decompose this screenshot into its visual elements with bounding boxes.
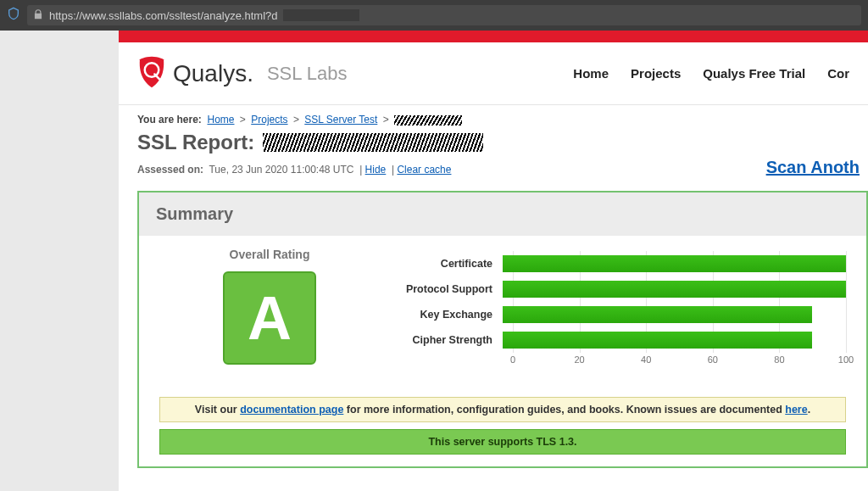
shield-icon [7,7,20,24]
page-title: SSL Report: [137,131,254,154]
url-input[interactable]: https://www.ssllabs.com/ssltest/analyze.… [27,5,861,25]
axis-tick: 60 [708,354,718,365]
doc-strip: Visit our documentation page for more in… [159,397,846,422]
top-nav: Home Projects Qualys Free Trial Cor [573,66,849,81]
chart-category-label: Key Exchange [405,309,503,321]
summary-heading: Summary [156,204,849,224]
axis-tick: 40 [641,354,651,365]
axis-tick: 20 [574,354,584,365]
hide-link[interactable]: Hide [365,164,387,176]
chart-category-label: Certificate [405,258,503,270]
scan-another-link[interactable]: Scan Anoth [766,158,860,177]
rating-label: Overall Rating [159,248,380,261]
nav-free-trial[interactable]: Qualys Free Trial [703,66,805,81]
browser-address-bar: https://www.ssllabs.com/ssltest/analyze.… [0,0,868,31]
chart-row: Key Exchange [405,302,846,327]
chart-row: Protocol Support [405,276,846,302]
crumb-ssltest[interactable]: SSL Server Test [304,114,377,126]
crumb-hostname-redacted [394,115,462,126]
meta-row: Assessed on: Tue, 23 Jun 2020 11:00:48 U… [119,158,868,186]
brand-band [119,31,868,42]
title-hostname-redacted [263,133,483,152]
chart-row: Cipher Strength [405,327,846,353]
clear-cache-link[interactable]: Clear cache [397,164,451,176]
page-title-row: SSL Report: [119,131,868,158]
chart-category-label: Cipher Strength [405,334,503,346]
url-text: https://www.ssllabs.com/ssltest/analyze.… [49,9,278,22]
brand-name: Qualys. [173,60,253,87]
breadcrumb: You are here: Home > Projects > SSL Serv… [119,105,868,131]
chart-bar [503,255,846,272]
rating-grade: A [248,287,292,349]
nav-projects[interactable]: Projects [631,66,681,81]
chart-bar [503,281,846,298]
tls-support-text: This server supports TLS 1.3. [428,436,576,448]
chart-axis: 020406080100 [503,353,846,370]
score-chart: CertificateProtocol SupportKey ExchangeC… [405,248,846,370]
overall-rating: Overall Rating A [159,248,380,365]
redacted-url-part [283,9,359,21]
rating-tile: A [223,271,316,365]
chart-row: Certificate [405,251,846,276]
brand-subtitle: SSL Labs [267,63,348,85]
summary-panel: Summary Overall Rating A CertificateProt… [137,191,868,468]
page-content: Qualys. SSL Labs Home Projects Qualys Fr… [119,31,868,491]
site-header: Qualys. SSL Labs Home Projects Qualys Fr… [119,42,868,105]
crumb-home[interactable]: Home [207,114,234,126]
chart-bar [503,332,812,349]
chart-category-label: Protocol Support [405,283,503,295]
brand: Qualys. SSL Labs [137,56,348,92]
summary-header: Summary [139,192,866,236]
documentation-link[interactable]: documentation page [240,404,343,416]
lock-icon [32,8,44,23]
axis-tick: 80 [774,354,784,365]
breadcrumb-label: You are here: [137,114,202,126]
crumb-projects[interactable]: Projects [251,114,287,126]
tls-strip: This server supports TLS 1.3. [159,429,846,455]
nav-contact[interactable]: Cor [827,66,849,81]
qualys-shield-icon [137,56,166,92]
chart-bar [503,306,812,323]
nav-home[interactable]: Home [573,66,609,81]
axis-tick: 100 [838,354,854,365]
axis-tick: 0 [510,354,515,365]
assessed-date: Tue, 23 Jun 2020 11:00:48 UTC [209,164,353,176]
assessed-label: Assessed on: [137,164,203,176]
known-issues-link[interactable]: here [785,404,807,416]
